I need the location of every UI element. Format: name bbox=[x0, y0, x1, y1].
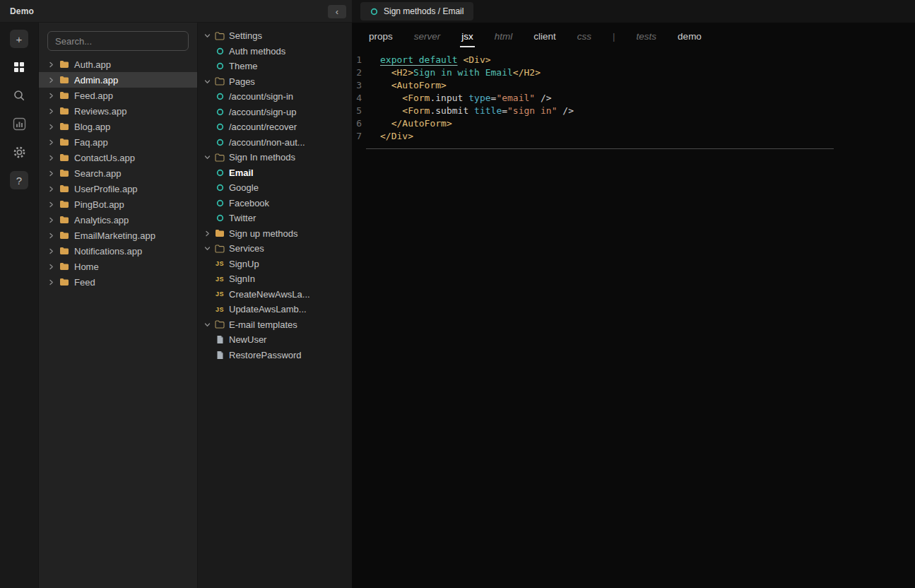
tree-item-account-non-aut[interactable]: /account/non-aut... bbox=[198, 135, 352, 151]
code-line-4: 4 <Form.input type="email" /> bbox=[352, 92, 915, 105]
tree-item-services[interactable]: Services bbox=[198, 241, 352, 257]
chevron-right-icon bbox=[47, 233, 54, 239]
left-region: Demo ‹ +? Auth.appAdmin.appFeed.appRevie… bbox=[0, 0, 352, 588]
add-button[interactable]: + bbox=[10, 30, 28, 48]
code-editor[interactable]: 1export default <Div>2 <H2>Sign in with … bbox=[352, 49, 915, 149]
app-item-label: Analytics.app bbox=[74, 215, 129, 225]
view-tab-demo[interactable]: demo bbox=[678, 31, 702, 42]
tree-item-e-mail-templates[interactable]: E-mail templates bbox=[198, 317, 352, 333]
apps-button[interactable] bbox=[10, 58, 28, 76]
chevron-right-icon bbox=[47, 170, 54, 177]
app-item-userprofile-app[interactable]: UserProfile.app bbox=[39, 181, 197, 196]
tree-item-signup[interactable]: JSSignUp bbox=[198, 257, 352, 272]
search-input[interactable] bbox=[47, 31, 189, 51]
component-icon bbox=[215, 108, 225, 116]
folder-icon bbox=[59, 91, 69, 100]
tree-item-auth-methods[interactable]: Auth methods bbox=[198, 44, 352, 59]
code-line-7: 7</Div> bbox=[352, 130, 915, 143]
folder-icon bbox=[59, 278, 69, 286]
view-tab-tests[interactable]: tests bbox=[637, 31, 657, 42]
tree-item-createnewawsla[interactable]: JSCreateNewAwsLa... bbox=[198, 287, 352, 302]
view-tab-css[interactable]: css bbox=[577, 31, 591, 42]
app-item-emailmarketing-app[interactable]: EmailMarketing.app bbox=[39, 228, 197, 243]
app-item-feed-app[interactable]: Feed.app bbox=[39, 88, 197, 103]
app-item-contactus-app[interactable]: ContactUs.app bbox=[39, 150, 197, 165]
doc-icon bbox=[215, 351, 225, 360]
tree-item-facebook[interactable]: Facebook bbox=[198, 196, 352, 211]
app-item-label: Auth.app bbox=[74, 59, 111, 70]
chevron-right-icon bbox=[47, 77, 54, 83]
tree-item-sign-up-methods[interactable]: Sign up methods bbox=[198, 226, 352, 242]
tree-item-email[interactable]: Email bbox=[198, 165, 352, 181]
app-item-auth-app[interactable]: Auth.app bbox=[39, 57, 197, 72]
tree-item-account-sign-up[interactable]: /account/sign-up bbox=[198, 105, 352, 120]
tree-item-account-recover[interactable]: /account/recover bbox=[198, 119, 352, 135]
document-tab[interactable]: Sign methods / Email bbox=[360, 2, 473, 20]
code-text: <Form.submit title="sign in" /> bbox=[380, 105, 574, 117]
app-item-pingbot-app[interactable]: PingBot.app bbox=[39, 196, 197, 212]
tree-item-label: Twitter bbox=[229, 213, 256, 223]
tree-item-theme[interactable]: Theme bbox=[198, 59, 352, 74]
folder-icon bbox=[59, 184, 69, 193]
code-divider bbox=[366, 148, 834, 149]
chart-icon bbox=[13, 117, 26, 131]
component-icon bbox=[215, 214, 225, 222]
app-item-feed[interactable]: Feed bbox=[39, 274, 197, 290]
tree-item-newuser[interactable]: NewUser bbox=[198, 332, 352, 348]
app-item-analytics-app[interactable]: Analytics.app bbox=[39, 212, 197, 228]
app-item-faq-app[interactable]: Faq.app bbox=[39, 134, 197, 150]
app-item-admin-app[interactable]: Admin.app bbox=[39, 72, 197, 88]
search-button[interactable] bbox=[10, 86, 28, 105]
tree-item-pages[interactable]: Pages bbox=[198, 74, 352, 90]
folder-icon bbox=[59, 262, 69, 271]
tree-item-updateawslamb[interactable]: JSUpdateAwsLamb... bbox=[198, 302, 352, 317]
project-title: Demo bbox=[0, 6, 34, 16]
component-icon bbox=[215, 123, 225, 131]
chevron-down-icon bbox=[203, 33, 211, 39]
chevron-right-icon bbox=[47, 155, 54, 161]
line-number: 6 bbox=[352, 117, 380, 130]
view-tab-client[interactable]: client bbox=[533, 31, 556, 42]
app-item-search-app[interactable]: Search.app bbox=[39, 165, 197, 181]
component-icon bbox=[215, 199, 225, 207]
collapse-panel-button[interactable]: ‹ bbox=[328, 5, 346, 18]
tree-item-label: Sign up methods bbox=[229, 228, 298, 239]
app-root: Demo ‹ +? Auth.appAdmin.appFeed.appRevie… bbox=[0, 0, 915, 588]
search-icon bbox=[13, 89, 25, 102]
code-line-6: 6 </AutoForm> bbox=[352, 117, 915, 130]
tree-item-google[interactable]: Google bbox=[198, 180, 352, 196]
app-item-blog-app[interactable]: Blog.app bbox=[39, 119, 197, 134]
chevron-right-icon bbox=[47, 201, 54, 208]
line-number: 7 bbox=[352, 130, 380, 143]
folder-icon bbox=[215, 229, 225, 237]
media-button[interactable] bbox=[10, 114, 28, 133]
component-icon bbox=[215, 93, 225, 100]
tree-item-twitter[interactable]: Twitter bbox=[198, 211, 352, 226]
tree-item-restorepassword[interactable]: RestorePassword bbox=[198, 348, 352, 363]
app-item-label: Notifications.app bbox=[74, 246, 142, 257]
tree-item-account-sign-in[interactable]: /account/sign-in bbox=[198, 89, 352, 105]
chevron-right-icon bbox=[47, 217, 54, 223]
tree-item-label: CreateNewAwsLa... bbox=[229, 289, 310, 300]
folder-icon bbox=[59, 153, 69, 162]
tree-item-label: /account/non-aut... bbox=[229, 137, 305, 148]
view-tab-server[interactable]: server bbox=[414, 31, 441, 42]
view-tabs: propsserverjsxhtmlclientcss|testsdemo bbox=[352, 23, 915, 49]
tree-item-settings[interactable]: Settings bbox=[198, 28, 352, 44]
app-item-home[interactable]: Home bbox=[39, 259, 197, 274]
view-tab-jsx[interactable]: jsx bbox=[461, 31, 473, 42]
app-item-reviews-app[interactable]: Reviews.app bbox=[39, 103, 197, 119]
settings-button[interactable] bbox=[10, 143, 28, 161]
tree-item-label: Theme bbox=[229, 61, 257, 71]
component-icon bbox=[215, 184, 225, 192]
tree-item-signin[interactable]: JSSignIn bbox=[198, 271, 352, 287]
folder-icon bbox=[59, 216, 69, 224]
view-tab-props[interactable]: props bbox=[369, 31, 393, 42]
tree-item-sign-in-methods[interactable]: Sign In methods bbox=[198, 150, 352, 165]
view-tab-separator: | bbox=[613, 31, 615, 42]
app-item-notifications-app[interactable]: Notifications.app bbox=[39, 243, 197, 259]
help-button[interactable]: ? bbox=[10, 171, 28, 189]
folder-icon bbox=[59, 200, 69, 208]
app-item-label: Home bbox=[74, 261, 99, 272]
view-tab-html[interactable]: html bbox=[495, 31, 513, 42]
